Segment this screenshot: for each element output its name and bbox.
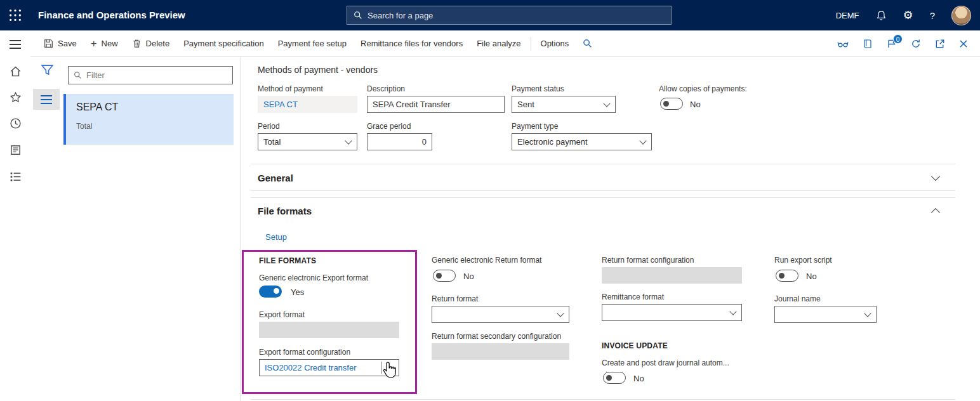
period-select[interactable]: Total <box>258 133 357 150</box>
highlight-box: FILE FORMATS Generic electronic Export f… <box>242 250 417 394</box>
export-format-field <box>259 322 399 338</box>
waffle-menu-icon[interactable] <box>7 7 23 23</box>
settings-gear-icon[interactable]: ⚙ <box>903 10 913 21</box>
remittance-format-select[interactable] <box>602 304 742 321</box>
chevron-down-icon <box>864 310 871 317</box>
general-section-header[interactable]: General <box>251 164 955 191</box>
list-lines-icon <box>41 95 52 104</box>
payment-status-select[interactable]: Sent <box>512 96 616 113</box>
create-post-label: Create and post draw journal autom... <box>602 358 729 367</box>
page-search-input[interactable] <box>368 11 665 20</box>
remittance-files-label: Remittance files for vendors <box>361 39 463 48</box>
journal-name-select[interactable] <box>774 306 877 323</box>
return-config-label: Return format configuration <box>602 256 694 265</box>
glasses-icon[interactable] <box>830 30 856 57</box>
payment-type-select[interactable]: Electronic payment <box>512 133 652 150</box>
payment-fee-setup-label: Payment fee setup <box>278 39 347 48</box>
avatar[interactable] <box>951 6 971 25</box>
general-section-title: General <box>258 172 293 183</box>
topbar: Finance and Operations Preview DEMF ⚙ ? <box>0 0 980 30</box>
app-title: Finance and Operations Preview <box>38 0 185 30</box>
file-analyze-button[interactable]: File analyze <box>470 30 527 57</box>
list-item-subtitle: Total <box>76 122 92 131</box>
options-label: Options <box>541 39 569 48</box>
chevron-down-icon <box>557 310 564 317</box>
chevron-down-icon[interactable] <box>931 171 940 180</box>
run-export-toggle[interactable] <box>776 270 798 282</box>
remittance-format-label: Remittance format <box>602 293 664 301</box>
new-button[interactable]: + New <box>84 30 125 57</box>
search-icon <box>354 11 362 20</box>
allow-copies-toggle-label: No <box>690 100 701 109</box>
create-post-toggle[interactable] <box>603 372 626 384</box>
file-formats-section-title: File formats <box>258 206 312 216</box>
list-item-sepa-ct[interactable]: SEPA CT Total <box>63 94 234 145</box>
search-icon <box>583 39 592 48</box>
method-of-payment-field[interactable]: SEPA CT <box>258 96 357 113</box>
actionbar-search-button[interactable] <box>576 30 599 57</box>
options-button[interactable]: Options <box>534 30 576 57</box>
export-config-select[interactable]: ISO20022 Credit transfer <box>259 359 399 376</box>
generic-export-toggle[interactable] <box>259 286 282 298</box>
nav-rail <box>0 30 30 401</box>
description-input[interactable] <box>373 100 499 109</box>
grace-period-input[interactable] <box>373 137 427 147</box>
app-window: Finance and Operations Preview DEMF ⚙ ? <box>0 0 980 401</box>
description-field[interactable] <box>367 96 505 113</box>
trash-icon <box>132 39 142 48</box>
nav-hamburger-icon[interactable] <box>9 38 22 51</box>
company-picker[interactable]: DEMF <box>836 11 859 20</box>
delete-label: Delete <box>146 39 170 48</box>
save-icon <box>44 39 53 48</box>
save-label: Save <box>58 39 77 48</box>
generic-return-toggle-label: No <box>463 272 474 281</box>
refresh-icon[interactable] <box>904 30 928 57</box>
create-post-toggle-label: No <box>633 374 644 383</box>
topbar-search[interactable] <box>347 6 672 25</box>
grace-period-label: Grace period <box>367 122 411 131</box>
generic-return-toggle[interactable] <box>433 270 456 282</box>
filter-input[interactable] <box>86 70 227 80</box>
home-icon[interactable] <box>9 65 22 77</box>
open-in-new-window-icon[interactable] <box>928 30 952 57</box>
delete-button[interactable]: Delete <box>125 30 177 57</box>
run-export-toggle-label: No <box>806 272 817 281</box>
book-icon[interactable] <box>856 30 880 57</box>
waffle-dots <box>8 8 22 22</box>
list-filter[interactable] <box>68 66 233 84</box>
allow-copies-label: Allow copies of payments: <box>659 84 747 93</box>
topbar-actions: DEMF ⚙ ? <box>836 0 971 30</box>
export-config-label: Export format configuration <box>259 348 350 357</box>
save-button[interactable]: Save <box>37 30 84 57</box>
payment-specification-button[interactable]: Payment specification <box>176 30 270 57</box>
messages-icon[interactable]: 0 <box>880 30 904 57</box>
payment-type-value: Electronic payment <box>517 137 588 147</box>
generic-return-label: Generic electronic Return format <box>432 256 541 265</box>
close-icon[interactable] <box>952 30 975 57</box>
setup-tab[interactable]: Setup <box>265 232 287 242</box>
file-analyze-label: File analyze <box>477 39 520 48</box>
filter-funnel-icon[interactable] <box>41 63 54 79</box>
recent-clock-icon[interactable] <box>9 117 22 129</box>
news-page-icon[interactable] <box>9 143 22 156</box>
help-icon[interactable]: ? <box>930 10 935 21</box>
notifications-bell-icon[interactable] <box>876 10 887 21</box>
notification-badge: 0 <box>893 34 903 44</box>
chevron-up-icon[interactable] <box>931 208 940 217</box>
payment-status-label: Payment status <box>512 84 564 93</box>
remittance-files-button[interactable]: Remittance files for vendors <box>354 30 470 57</box>
return-secondary-label: Return format secondary configuration <box>432 332 561 341</box>
list-item-title: SEPA CT <box>76 102 118 113</box>
actionbar-right-icons: 0 <box>830 30 980 57</box>
list-view-toggle[interactable] <box>33 89 60 110</box>
grace-period-field[interactable] <box>367 133 432 150</box>
chevron-down-icon <box>603 100 610 107</box>
actionbar-divider <box>531 37 531 51</box>
allow-copies-toggle[interactable] <box>660 98 683 110</box>
return-format-select[interactable] <box>432 306 569 323</box>
return-config-field <box>602 267 742 284</box>
favorites-star-icon[interactable] <box>9 91 22 103</box>
chevron-down-icon <box>387 363 394 370</box>
task-list-icon[interactable] <box>9 170 22 183</box>
payment-fee-setup-button[interactable]: Payment fee setup <box>271 30 354 57</box>
